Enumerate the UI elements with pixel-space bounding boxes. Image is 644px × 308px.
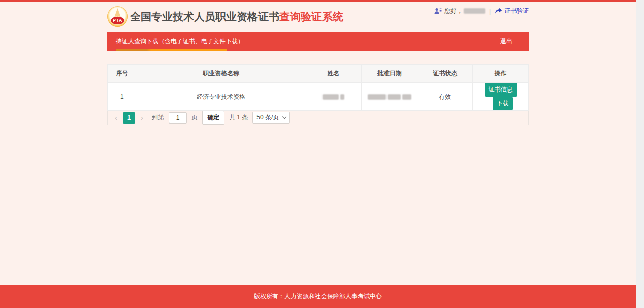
logo-pta-label: PTA xyxy=(111,17,124,24)
table-row: 1 经济专业技术资格 有效 证书信息 xyxy=(108,83,529,111)
separator: | xyxy=(489,8,491,15)
col-header-name: 姓名 xyxy=(305,65,362,83)
user-bar: 您好， | 证书验证 xyxy=(434,7,529,15)
scrollbar-track[interactable] xyxy=(636,0,644,308)
cell-approval-date xyxy=(362,83,417,111)
certificate-info-button[interactable]: 证书信息 xyxy=(485,83,517,97)
pta-logo-icon: PTA xyxy=(107,6,128,27)
page-title-accent: 查询验证系统 xyxy=(279,11,343,22)
page-size-value: 50 条/页 xyxy=(256,113,279,122)
pagination-bar: ‹ 1 › 到第 页 确定 共 1 条 50 条/页 xyxy=(107,111,529,125)
copyright-text: 版权所有：人力资源和社会保障部人事考试中心 xyxy=(254,292,382,301)
page-number-1[interactable]: 1 xyxy=(123,112,135,124)
logout-button[interactable]: 退出 xyxy=(500,37,512,46)
page: PTA 全国专业技术人员职业资格证书查询验证系统 您好， | xyxy=(0,0,636,308)
col-header-actions: 操作 xyxy=(473,65,529,83)
cell-index: 1 xyxy=(108,83,137,111)
chevron-down-icon xyxy=(282,115,286,119)
header: PTA 全国专业技术人员职业资格证书查询验证系统 您好， | xyxy=(107,2,529,32)
brand: PTA 全国专业技术人员职业资格证书查询验证系统 xyxy=(107,6,343,27)
table-header-row: 序号 职业资格名称 姓名 批准日期 证书状态 操作 xyxy=(108,65,529,83)
certificate-table: 序号 职业资格名称 姓名 批准日期 证书状态 操作 1 经济专业技术资格 xyxy=(107,64,529,111)
page-title-main: 全国专业技术人员职业资格证书 xyxy=(130,11,279,22)
col-header-index: 序号 xyxy=(108,65,137,83)
prev-page-icon[interactable]: ‹ xyxy=(114,114,118,121)
goto-page-label: 到第 xyxy=(152,113,164,122)
masked-approval-date xyxy=(368,94,411,100)
cell-name xyxy=(305,83,362,111)
download-button[interactable]: 下载 xyxy=(493,97,513,110)
active-tab-underline xyxy=(116,49,227,51)
masked-user-name xyxy=(464,8,485,14)
logo-flame-shape xyxy=(113,8,122,18)
user-contact-icon xyxy=(434,8,442,14)
footer: 版权所有：人力资源和社会保障部人事考试中心 xyxy=(0,285,636,308)
col-header-status: 证书状态 xyxy=(417,65,473,83)
col-header-qualification: 职业资格名称 xyxy=(137,65,305,83)
confirm-page-button[interactable]: 确定 xyxy=(202,111,224,125)
page-unit-label: 页 xyxy=(191,113,198,122)
cell-actions: 证书信息 下载 xyxy=(473,83,529,111)
share-arrow-icon xyxy=(495,8,502,14)
cell-qualification: 经济专业技术资格 xyxy=(137,83,305,111)
masked-holder-name xyxy=(323,94,344,100)
greeting-text: 您好， xyxy=(444,7,463,15)
total-count-label: 共 1 条 xyxy=(229,113,248,122)
tab-holder-query-download[interactable]: 持证人查询下载（含电子证书、电子文件下载） xyxy=(116,37,244,46)
page-size-select[interactable]: 50 条/页 xyxy=(252,112,290,124)
cell-status: 有效 xyxy=(417,83,473,111)
goto-page-input[interactable] xyxy=(169,112,187,124)
nav-bar: 持证人查询下载（含电子证书、电子文件下载） 退出 xyxy=(107,32,529,51)
col-header-approval-date: 批准日期 xyxy=(362,65,417,83)
page-title: 全国专业技术人员职业资格证书查询验证系统 xyxy=(130,10,343,24)
verify-certificate-link[interactable]: 证书验证 xyxy=(504,7,529,15)
next-page-icon[interactable]: › xyxy=(140,114,144,121)
